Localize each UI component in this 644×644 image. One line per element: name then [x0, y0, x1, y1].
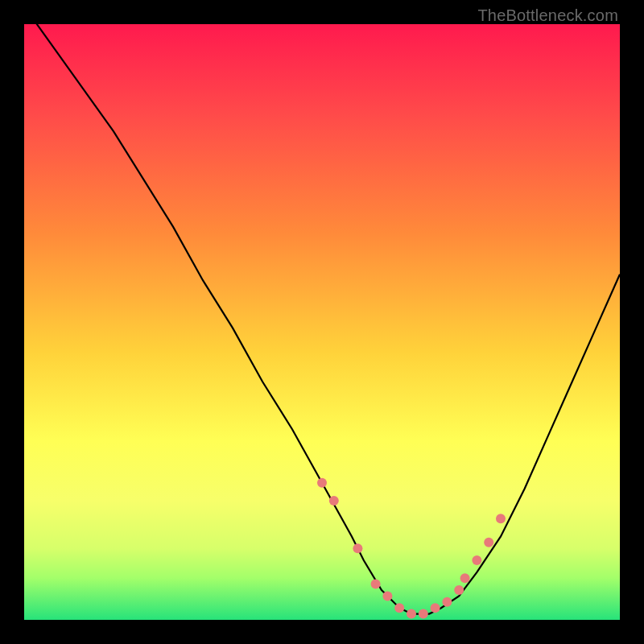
marker-point [442, 597, 452, 607]
marker-point [472, 555, 481, 565]
marker-point [460, 573, 470, 583]
marker-point [382, 591, 392, 601]
marker-point [329, 496, 339, 506]
marker-point [431, 603, 440, 613]
marker-point [454, 585, 464, 595]
marker-point [496, 514, 506, 523]
chart-overlay [0, 0, 644, 644]
marker-point [371, 580, 381, 589]
marker-point [419, 609, 428, 619]
bottleneck-curve [24, 6, 620, 614]
marker-point [317, 478, 327, 488]
marker-point [484, 538, 493, 547]
marker-point [407, 609, 416, 619]
marker-point [353, 543, 362, 553]
marker-point [394, 603, 404, 613]
marker-group [317, 478, 506, 619]
